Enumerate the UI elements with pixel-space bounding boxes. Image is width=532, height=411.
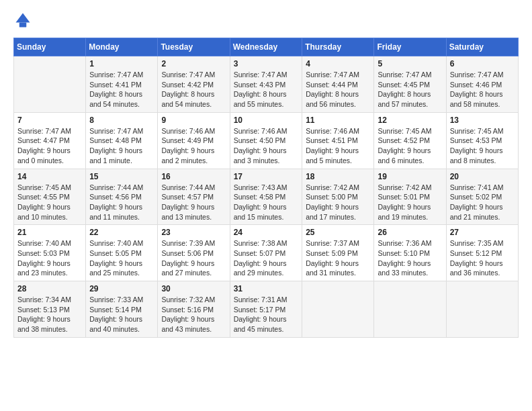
day-number: 7 — [17, 116, 82, 125]
sunrise-text: Sunrise: 7:47 AM — [378, 70, 442, 80]
day-cell — [374, 281, 446, 338]
daylight-text: Daylight: 9 hours and 23 minutes. — [17, 259, 82, 278]
day-info: Sunrise: 7:33 AMSunset: 5:14 PMDaylight:… — [89, 295, 154, 334]
sunrise-text: Sunrise: 7:31 AM — [234, 295, 299, 305]
column-header-monday: Monday — [86, 38, 158, 56]
day-info: Sunrise: 7:40 AMSunset: 5:03 PMDaylight:… — [17, 238, 82, 278]
sunrise-text: Sunrise: 7:42 AM — [306, 183, 370, 193]
sunset-text: Sunset: 5:09 PM — [306, 248, 370, 259]
sunrise-text: Sunrise: 7:41 AM — [450, 183, 515, 193]
sunset-text: Sunset: 5:05 PM — [89, 248, 154, 259]
sunset-text: Sunset: 4:44 PM — [306, 80, 370, 90]
day-info: Sunrise: 7:44 AMSunset: 4:57 PMDaylight:… — [161, 183, 226, 222]
day-info: Sunrise: 7:46 AMSunset: 4:51 PMDaylight:… — [306, 126, 370, 166]
day-info: Sunrise: 7:47 AMSunset: 4:45 PMDaylight:… — [378, 70, 442, 109]
day-number: 26 — [378, 228, 442, 237]
day-info: Sunrise: 7:47 AMSunset: 4:42 PMDaylight:… — [161, 70, 226, 109]
day-number: 11 — [306, 116, 370, 125]
day-info: Sunrise: 7:47 AMSunset: 4:43 PMDaylight:… — [234, 70, 299, 109]
day-number: 9 — [161, 116, 226, 125]
sunrise-text: Sunrise: 7:42 AM — [378, 183, 442, 193]
day-cell: 4Sunrise: 7:47 AMSunset: 4:44 PMDaylight… — [302, 56, 374, 113]
day-info: Sunrise: 7:31 AMSunset: 5:17 PMDaylight:… — [234, 295, 299, 334]
sunrise-text: Sunrise: 7:38 AM — [234, 238, 299, 248]
sunrise-text: Sunrise: 7:33 AM — [89, 295, 154, 305]
day-number: 4 — [306, 59, 370, 68]
day-cell: 30Sunrise: 7:32 AMSunset: 5:16 PMDayligh… — [158, 281, 230, 338]
sunrise-text: Sunrise: 7:47 AM — [161, 70, 226, 80]
sunrise-text: Sunrise: 7:39 AM — [161, 238, 226, 248]
day-cell: 19Sunrise: 7:42 AMSunset: 5:01 PMDayligh… — [374, 169, 446, 225]
sunrise-text: Sunrise: 7:44 AM — [161, 183, 226, 193]
daylight-text: Daylight: 9 hours and 29 minutes. — [234, 259, 299, 278]
svg-marker-0 — [16, 13, 30, 23]
logo — [13, 11, 35, 30]
column-header-tuesday: Tuesday — [158, 38, 230, 56]
sunset-text: Sunset: 5:06 PM — [161, 248, 226, 259]
day-number: 8 — [89, 116, 154, 125]
sunset-text: Sunset: 4:48 PM — [89, 136, 154, 146]
day-number: 24 — [234, 228, 299, 237]
daylight-text: Daylight: 8 hours and 57 minutes. — [378, 89, 442, 109]
daylight-text: Daylight: 9 hours and 21 minutes. — [450, 202, 515, 222]
week-row-1: 1Sunrise: 7:47 AMSunset: 4:41 PMDaylight… — [14, 56, 519, 113]
page-header — [13, 11, 519, 30]
day-info: Sunrise: 7:45 AMSunset: 4:52 PMDaylight:… — [378, 126, 442, 166]
sunset-text: Sunset: 5:10 PM — [378, 248, 442, 259]
column-header-wednesday: Wednesday — [230, 38, 302, 56]
day-info: Sunrise: 7:40 AMSunset: 5:05 PMDaylight:… — [89, 238, 154, 278]
day-info: Sunrise: 7:45 AMSunset: 4:53 PMDaylight:… — [450, 126, 515, 166]
sunrise-text: Sunrise: 7:47 AM — [89, 70, 154, 80]
daylight-text: Daylight: 9 hours and 15 minutes. — [234, 202, 299, 222]
day-cell: 29Sunrise: 7:33 AMSunset: 5:14 PMDayligh… — [86, 281, 158, 338]
day-cell: 21Sunrise: 7:40 AMSunset: 5:03 PMDayligh… — [14, 225, 86, 281]
day-cell — [302, 281, 374, 338]
sunset-text: Sunset: 4:57 PM — [161, 192, 226, 202]
sunrise-text: Sunrise: 7:43 AM — [234, 183, 299, 193]
daylight-text: Daylight: 9 hours and 40 minutes. — [89, 314, 154, 334]
daylight-text: Daylight: 9 hours and 6 minutes. — [378, 146, 442, 165]
sunset-text: Sunset: 4:52 PM — [378, 136, 442, 146]
day-cell: 7Sunrise: 7:47 AMSunset: 4:47 PMDaylight… — [14, 112, 86, 169]
day-cell: 8Sunrise: 7:47 AMSunset: 4:48 PMDaylight… — [86, 112, 158, 169]
day-cell: 10Sunrise: 7:46 AMSunset: 4:50 PMDayligh… — [230, 112, 302, 169]
sunrise-text: Sunrise: 7:47 AM — [234, 70, 299, 80]
day-cell: 9Sunrise: 7:46 AMSunset: 4:49 PMDaylight… — [158, 112, 230, 169]
sunset-text: Sunset: 4:49 PM — [161, 136, 226, 146]
week-row-2: 7Sunrise: 7:47 AMSunset: 4:47 PMDaylight… — [14, 112, 519, 169]
day-info: Sunrise: 7:47 AMSunset: 4:44 PMDaylight:… — [306, 70, 370, 109]
day-cell — [14, 56, 86, 113]
sunrise-text: Sunrise: 7:34 AM — [17, 295, 82, 305]
daylight-text: Daylight: 9 hours and 45 minutes. — [234, 314, 299, 334]
week-row-5: 28Sunrise: 7:34 AMSunset: 5:13 PMDayligh… — [14, 281, 519, 338]
daylight-text: Daylight: 9 hours and 2 minutes. — [161, 146, 226, 165]
day-info: Sunrise: 7:46 AMSunset: 4:50 PMDaylight:… — [234, 126, 299, 166]
day-cell: 2Sunrise: 7:47 AMSunset: 4:42 PMDaylight… — [158, 56, 230, 113]
sunrise-text: Sunrise: 7:32 AM — [161, 295, 226, 305]
column-header-thursday: Thursday — [302, 38, 374, 56]
sunset-text: Sunset: 4:53 PM — [450, 136, 515, 146]
day-info: Sunrise: 7:41 AMSunset: 5:02 PMDaylight:… — [450, 183, 515, 222]
day-cell: 11Sunrise: 7:46 AMSunset: 4:51 PMDayligh… — [302, 112, 374, 169]
day-number: 22 — [89, 228, 154, 237]
day-info: Sunrise: 7:47 AMSunset: 4:48 PMDaylight:… — [89, 126, 154, 166]
day-number: 2 — [161, 59, 226, 68]
day-info: Sunrise: 7:34 AMSunset: 5:13 PMDaylight:… — [17, 295, 82, 334]
day-number: 15 — [89, 172, 154, 181]
logo-icon — [13, 11, 32, 30]
day-cell: 26Sunrise: 7:36 AMSunset: 5:10 PMDayligh… — [374, 225, 446, 281]
sunset-text: Sunset: 4:41 PM — [89, 80, 154, 90]
day-number: 6 — [450, 59, 515, 68]
calendar-table: SundayMondayTuesdayWednesdayThursdayFrid… — [13, 38, 519, 338]
sunset-text: Sunset: 4:42 PM — [161, 80, 226, 90]
day-info: Sunrise: 7:42 AMSunset: 5:00 PMDaylight:… — [306, 183, 370, 222]
sunset-text: Sunset: 5:16 PM — [161, 305, 226, 315]
sunset-text: Sunset: 4:58 PM — [234, 192, 299, 202]
daylight-text: Daylight: 9 hours and 17 minutes. — [306, 202, 370, 222]
day-number: 31 — [234, 284, 299, 293]
sunset-text: Sunset: 5:12 PM — [450, 248, 515, 259]
day-number: 23 — [161, 228, 226, 237]
sunrise-text: Sunrise: 7:47 AM — [450, 70, 515, 80]
day-number: 25 — [306, 228, 370, 237]
sunrise-text: Sunrise: 7:47 AM — [89, 126, 154, 136]
